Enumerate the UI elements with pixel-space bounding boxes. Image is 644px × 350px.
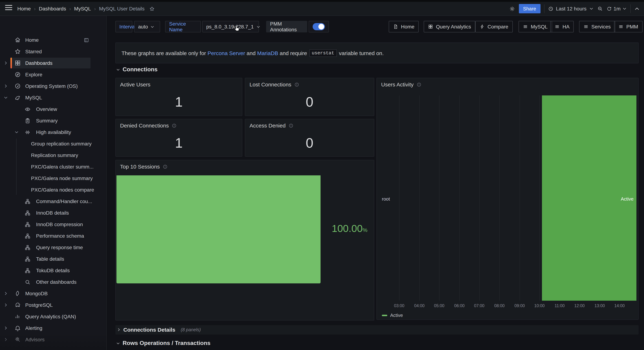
panel-active-users: Active Users 1: [116, 78, 242, 116]
sidebar-item-command-handler-counters[interactable]: Command/Handler cou...: [0, 195, 94, 207]
info-icon[interactable]: [288, 123, 294, 128]
nav-button-pmm[interactable]: PMM: [614, 21, 642, 32]
sitemap-icon: [24, 233, 31, 239]
chevron-right-icon[interactable]: [4, 338, 8, 342]
chevron-right-icon[interactable]: [4, 349, 8, 350]
chevron-right-icon: [117, 328, 121, 332]
bar-gauge-fill: [116, 175, 320, 283]
sidebar-item-home[interactable]: Home: [0, 34, 94, 46]
sidebar-item-summary[interactable]: Summary: [0, 115, 94, 126]
sidebar-item-mysql[interactable]: MySQL: [0, 92, 94, 103]
section-header-connections[interactable]: Connections: [116, 66, 158, 73]
topbar-actions: Share Last 12 hours 1m: [509, 1, 640, 16]
sidebar-item-table-details[interactable]: Table details: [0, 253, 94, 265]
sidebar-item-dashboards[interactable]: Dashboards: [0, 57, 94, 69]
chevron-right-icon[interactable]: [4, 61, 8, 65]
zoom-out-time-icon[interactable]: [597, 6, 603, 11]
info-icon[interactable]: [162, 164, 168, 169]
sidebar-item-backup[interactable]: Backup: [0, 345, 94, 350]
legend-swatch: [382, 315, 387, 316]
sidebar-item-high-availability[interactable]: High availability: [0, 126, 94, 138]
time-range-picker[interactable]: Last 12 hours: [548, 6, 593, 11]
panel-title: Users Activity: [381, 81, 414, 87]
history-icon: [14, 348, 21, 350]
section-header-rows-operations[interactable]: Rows Operations / Transactions: [116, 340, 210, 347]
home-icon: [14, 37, 21, 43]
chevron-down-icon: [256, 25, 260, 29]
x-tick: 04:00: [411, 304, 428, 308]
breadcrumb-dashboards[interactable]: Dashboards: [39, 6, 66, 11]
sidebar-item-mongodb[interactable]: MongoDB: [0, 288, 94, 299]
bolt-icon: [480, 24, 484, 29]
chevron-down-icon[interactable]: [4, 95, 8, 100]
sidebar-item-postgresql[interactable]: PostgreSQL: [0, 299, 94, 311]
info-icon[interactable]: [172, 123, 177, 128]
menu-toggle-icon[interactable]: [5, 5, 12, 11]
sidebar-item-pxc-galera-node-summary[interactable]: PXC/Galera node summary: [0, 173, 94, 184]
time-range-label: Last 12 hours: [556, 6, 586, 11]
nav-button-query-analytics[interactable]: Query Analytics: [424, 21, 476, 32]
sitemap-icon: [24, 256, 31, 262]
legend-item-active[interactable]: Active: [382, 313, 403, 318]
toggle-on-pill: [312, 23, 325, 30]
nav-button-ha[interactable]: HA: [550, 21, 574, 32]
interval-variable-label: Interval: [116, 21, 132, 32]
mariadb-link[interactable]: MariaDB: [257, 50, 278, 56]
breadcrumb-mysql[interactable]: MySQL: [74, 6, 91, 11]
sidebar-item-advisors[interactable]: Advisors: [0, 334, 94, 345]
document-icon: [393, 24, 398, 29]
nav-button-services[interactable]: Services: [579, 21, 615, 32]
panel-title: Lost Connections: [250, 81, 291, 87]
sidebar-item-innodb-compression[interactable]: InnoDB compression: [0, 219, 94, 230]
menu-list-icon: [554, 24, 560, 29]
panel-lost-connections: Lost Connections 0: [245, 78, 374, 116]
info-icon[interactable]: [294, 82, 299, 87]
sidebar-item-alerting[interactable]: Alerting: [0, 322, 94, 334]
sidebar-item-pxc-galera-nodes-compare[interactable]: PXC/Galera nodes compare: [0, 184, 94, 195]
refresh-picker[interactable]: 1m: [606, 6, 627, 11]
dashboard-settings-gear-icon[interactable]: [509, 5, 515, 12]
breadcrumb-home[interactable]: Home: [17, 6, 31, 11]
grafana-app: Home › Dashboards › MySQL › MySQL User D…: [0, 0, 644, 350]
info-icon[interactable]: [416, 82, 422, 87]
favorite-star-icon[interactable]: [149, 6, 155, 11]
share-button[interactable]: Share: [519, 4, 540, 13]
service-name-variable-select[interactable]: ps_8.0_3.19.228.7_1: [202, 21, 259, 32]
sidebar-item-performance-schema[interactable]: Performance schema: [0, 230, 94, 242]
section-row-connections-details[interactable]: Connections Details (8 panels): [116, 325, 638, 335]
sidebar-item-tokudb-details[interactable]: TokuDB details: [0, 265, 94, 276]
dock-sidebar-icon[interactable]: [84, 37, 89, 43]
kiosk-collapse-icon[interactable]: [634, 6, 640, 11]
nav-button-compare[interactable]: Compare: [475, 21, 512, 32]
sidebar-item-overview[interactable]: Overview: [0, 103, 94, 115]
sidebar-item-starred[interactable]: Starred: [0, 46, 94, 57]
sitemap-icon: [24, 221, 31, 228]
sidebar-item-other-dashboards[interactable]: Other dashboards: [0, 276, 94, 288]
sidebar-item-explore[interactable]: Explore: [0, 69, 94, 80]
gridline: [460, 95, 460, 301]
pmm-annotations-toggle[interactable]: [309, 21, 329, 32]
sidebar-item-pxc-galera-cluster-summary[interactable]: PXC/Galera cluster summ...: [0, 161, 94, 173]
sidebar-item-group-replication-summary[interactable]: Group replication summary: [0, 138, 94, 150]
chevron-right-icon[interactable]: [4, 84, 8, 88]
nav-button-mysql[interactable]: MySQL: [518, 21, 552, 32]
chevron-right-icon[interactable]: [4, 326, 8, 330]
bar-chart-icon: [14, 313, 21, 320]
interval-variable-select[interactable]: auto: [134, 21, 160, 32]
nav-button-home[interactable]: Home: [389, 21, 419, 32]
sidebar-item-replication-summary[interactable]: Replication summary: [0, 150, 94, 161]
sidebar-item-operating-system[interactable]: Operating System (OS): [0, 80, 94, 92]
sidebar-item-innodb-details[interactable]: InnoDB details: [0, 207, 94, 219]
percona-server-link[interactable]: Percona Server: [208, 50, 245, 56]
x-tick: 10:00: [531, 304, 548, 308]
mongodb-leaf-icon: [14, 290, 21, 297]
sidebar-item-query-response-time[interactable]: Query response time: [0, 242, 94, 253]
panel-title: Access Denied: [250, 122, 286, 129]
chevron-right-icon[interactable]: [4, 303, 8, 307]
chevron-right-icon[interactable]: [4, 291, 8, 296]
sidebar-item-query-analytics[interactable]: Query Analytics (QAN): [0, 311, 94, 322]
clock-icon: [548, 6, 553, 11]
chevron-down-icon[interactable]: [14, 130, 19, 134]
x-tick: 05:00: [430, 304, 448, 308]
x-tick: 08:00: [491, 304, 508, 308]
